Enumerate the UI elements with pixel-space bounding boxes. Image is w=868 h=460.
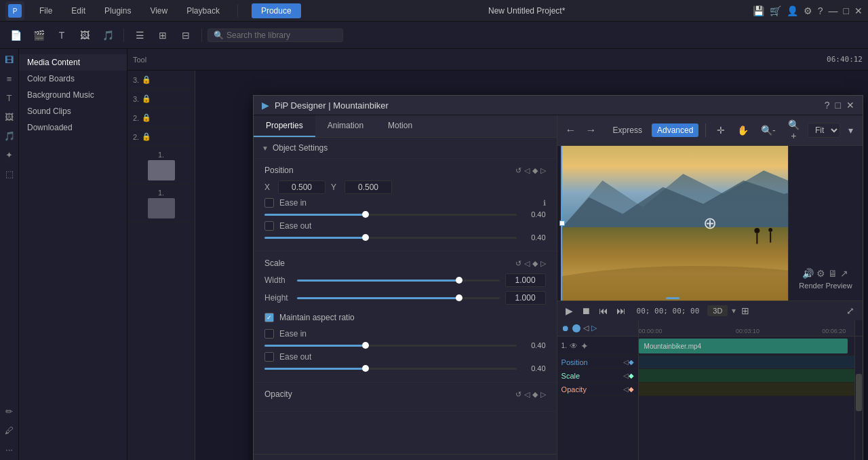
zoom-in-btn[interactable]: 🔍+ (784, 118, 804, 142)
sidebar-icon-pen[interactable]: 🖊 (1, 422, 18, 438)
track-label-scale[interactable]: Scale (561, 372, 580, 380)
ease-in-checkbox[interactable] (264, 198, 274, 208)
scale-ease-in-slider[interactable] (264, 345, 517, 347)
zoom-out-btn[interactable]: 🔍- (757, 123, 780, 137)
preview-resize-handle[interactable] (557, 295, 788, 301)
scale-ease-out-checkbox[interactable] (264, 352, 274, 362)
sidebar-icon-text[interactable]: T (1, 90, 18, 106)
express-btn[interactable]: Express (608, 123, 648, 137)
pos-kf-prev[interactable]: ◁ (623, 358, 629, 366)
3d-dropdown-btn[interactable]: ▾ (732, 306, 736, 315)
track-label-position[interactable]: Position (561, 358, 588, 366)
scale-kf-add[interactable]: ◆ (629, 372, 634, 379)
y-input[interactable] (344, 180, 392, 194)
opacity-kf-add[interactable]: ◆ (629, 385, 634, 393)
cursor-tool-btn[interactable]: ✛ (713, 123, 729, 137)
library-item-sound-clips[interactable]: Sound Clips (19, 103, 127, 119)
advanced-btn[interactable]: Advanced (652, 123, 698, 137)
menu-playback[interactable]: Playback (182, 5, 224, 17)
x-input[interactable] (278, 180, 326, 194)
sidebar-icon-more[interactable]: ··· (1, 441, 18, 457)
ease-in-info-icon[interactable]: ℹ (543, 199, 546, 208)
opacity-next-kf-btn[interactable]: ▷ (540, 390, 546, 399)
3d-mode-btn[interactable]: 3D (707, 305, 728, 316)
grid-view-btn[interactable]: ⊞ (153, 26, 173, 45)
position-reset-btn[interactable]: ↺ (515, 166, 521, 175)
fit-dropdown-btn[interactable]: ▾ (844, 123, 857, 137)
sidebar-icon-layers[interactable]: ≡ (1, 71, 18, 87)
settings-icon[interactable]: ⚙ (804, 5, 812, 16)
fullscreen-preview-btn[interactable]: ⤢ (844, 304, 857, 318)
frame-fwd-btn[interactable]: ⏭ (614, 304, 629, 318)
cart-icon[interactable]: 🛒 (770, 5, 781, 16)
timeline-view-btn[interactable]: ☰ (130, 26, 150, 45)
menu-plugins[interactable]: Plugins (100, 5, 135, 17)
handle-middle-left[interactable] (559, 221, 565, 226)
frame-back-btn[interactable]: ⏮ (596, 304, 611, 318)
pip-help-btn[interactable]: ? (825, 100, 830, 111)
main-clip[interactable]: Mountainbiker.mp4 (639, 339, 848, 353)
width-input[interactable] (505, 273, 546, 287)
produce-button[interactable]: Produce (252, 3, 301, 18)
sidebar-icon-media[interactable]: 🎞 (1, 52, 18, 68)
ease-out-slider[interactable] (264, 237, 517, 239)
ease-out-checkbox[interactable] (264, 221, 274, 231)
render-preview-label[interactable]: Render Preview (799, 282, 852, 290)
scale-ease-in-checkbox[interactable] (264, 329, 274, 339)
title-btn[interactable]: T (52, 26, 72, 45)
scale-ease-out-slider[interactable] (264, 368, 517, 370)
save-icon[interactable]: 💾 (753, 5, 764, 16)
position-prev-kf-btn[interactable]: ◁ (524, 166, 530, 175)
render-export-btn[interactable]: ↗ (840, 268, 848, 279)
opacity-add-kf-btn[interactable]: ◆ (532, 390, 538, 399)
width-slider[interactable] (297, 280, 500, 282)
library-item-bg-music[interactable]: Background Music (19, 87, 127, 103)
maximize-icon[interactable]: □ (844, 5, 849, 16)
split-view-btn[interactable]: ⊟ (176, 26, 196, 45)
library-item-media[interactable]: Media Content (19, 54, 127, 71)
sidebar-icon-image[interactable]: 🖼 (1, 109, 18, 125)
tab-animation[interactable]: Animation (315, 115, 376, 137)
hand-tool-btn[interactable]: ✋ (733, 123, 753, 137)
sidebar-icon-effects[interactable]: ✦ (1, 147, 18, 163)
help-icon[interactable]: ? (818, 5, 823, 16)
new-project-btn[interactable]: 📄 (5, 26, 26, 45)
search-input[interactable] (226, 31, 337, 40)
ease-in-slider[interactable] (264, 214, 517, 216)
search-box[interactable]: 🔍 (208, 28, 343, 42)
position-track-row[interactable] (639, 356, 854, 369)
track-star-btn[interactable]: ✦ (580, 341, 589, 351)
overlay-btn[interactable]: 🖼 (75, 26, 95, 45)
media-btn[interactable]: 🎬 (28, 26, 49, 45)
fit-select[interactable]: Fit (808, 123, 840, 138)
opacity-prev-kf-btn[interactable]: ◁ (524, 390, 530, 399)
pos-kf-add[interactable]: ◆ (629, 358, 634, 366)
sidebar-icon-pip[interactable]: ⬚ (1, 166, 18, 182)
height-input[interactable] (505, 291, 546, 305)
position-add-kf-btn[interactable]: ◆ (532, 166, 538, 175)
library-item-downloaded[interactable]: Downloaded (19, 119, 127, 136)
scale-next-kf-btn[interactable]: ▷ (540, 259, 546, 268)
scale-kf-prev[interactable]: ◁ (623, 372, 629, 379)
pip-close-btn[interactable]: ✕ (846, 100, 854, 111)
kf-nav-prev[interactable]: ◁ (583, 324, 589, 332)
opacity-reset-btn[interactable]: ↺ (515, 390, 521, 399)
render-display-btn[interactable]: 🖥 (828, 268, 837, 279)
maintain-aspect-checkbox[interactable]: ✓ (264, 313, 274, 322)
prev-redo-btn[interactable]: → (583, 123, 599, 138)
kf-record-btn[interactable]: ⏺ (561, 324, 570, 333)
fit-timeline-btn[interactable]: ⊞ (738, 304, 752, 318)
menu-view[interactable]: View (146, 5, 172, 17)
prev-undo-btn[interactable]: ← (563, 123, 579, 138)
track-visibility-1[interactable]: 👁 (570, 341, 578, 351)
minimize-icon[interactable]: — (829, 5, 838, 16)
play-btn[interactable]: ▶ (563, 304, 576, 318)
close-icon[interactable]: ✕ (854, 5, 863, 16)
object-settings-header[interactable]: ▼ Object Settings (254, 138, 557, 159)
opacity-kf-prev[interactable]: ◁ (623, 385, 629, 393)
audio-btn[interactable]: 🎵 (98, 26, 118, 45)
menu-edit[interactable]: Edit (67, 5, 90, 17)
pip-maximize-btn[interactable]: □ (835, 100, 841, 111)
track-label-opacity[interactable]: Opacity (561, 385, 587, 394)
render-audio-btn[interactable]: 🔊 (802, 268, 814, 279)
